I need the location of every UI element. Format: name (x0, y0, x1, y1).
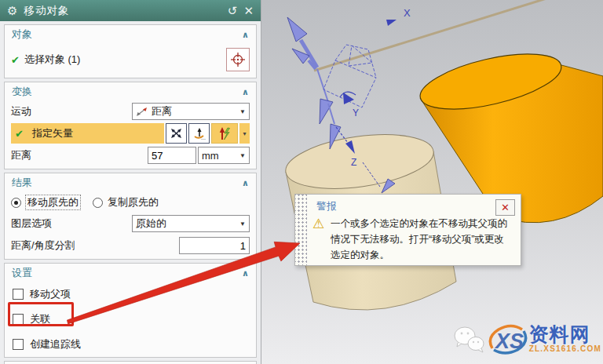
close-icon[interactable]: ✕ (243, 5, 254, 16)
radio-dot-selected (11, 198, 21, 208)
chevron-up-icon[interactable]: ∧ (242, 178, 249, 188)
svg-text:...: ... (201, 135, 206, 140)
alert-message: 一个或多个选定的对象在不移动其父项的情况下无法移动。打开“移动父项”或更改选定的… (331, 216, 513, 263)
inferred-vector-button[interactable] (211, 123, 238, 144)
crossed-arrows-icon (170, 127, 183, 140)
balloon-perforation (295, 195, 307, 265)
motion-dropdown[interactable]: 距离 ▼ (132, 103, 250, 120)
svg-text:XS: XS (494, 329, 524, 353)
alert-balloon: 警报 ✕ ⚠ 一个或多个选定的对象在不移动其父项的情况下无法移动。打开“移动父项… (294, 194, 521, 266)
checkbox-box (13, 339, 24, 350)
checkbox-associative-label: 关联 (30, 312, 50, 326)
unit-value: mm (202, 150, 219, 162)
motion-label: 运动 (11, 104, 31, 118)
section-object-title: 对象 (12, 27, 32, 42)
vector-constructor-icon: ... (192, 127, 206, 140)
xs-logo-icon: XS (488, 320, 528, 358)
watermark-site-url: ZL.XS1616.COM (529, 345, 601, 353)
section-result: 结果 ∧ 移动原先的 复制原先的 图层选项 原始的 ▼ 距离/角度分割 (4, 173, 257, 260)
crosshair-icon (230, 52, 246, 67)
layer-option-dropdown[interactable]: 原始的 ▼ (132, 215, 250, 232)
chevron-up-icon[interactable]: ∧ (242, 30, 249, 40)
radio-copy-original[interactable]: 复制原先的 (93, 195, 159, 209)
section-settings-title: 设置 (12, 266, 32, 280)
vector-dialog-button[interactable]: ... (188, 123, 210, 144)
two-point-vector-button[interactable] (166, 123, 187, 144)
inferred-vector-icon (217, 126, 232, 141)
section-result-header[interactable]: 结果 ∧ (5, 173, 256, 191)
checkbox-associative[interactable]: 关联 (5, 307, 256, 332)
section-transform: 变换 ∧ 运动 距离 ▼ ✔ 指定矢量 (4, 82, 257, 169)
chevron-down-icon: ▼ (236, 108, 246, 115)
specify-vector-field[interactable]: ✔ 指定矢量 (11, 123, 164, 144)
move-object-dialog: ⚙ 移动对象 ↺ ✕ 对象 ∧ ✔ 选择对象 (1) (0, 0, 261, 364)
chevron-down-icon: ▼ (236, 220, 246, 228)
dialog-titlebar[interactable]: ⚙ 移动对象 ↺ ✕ (0, 0, 261, 21)
section-object: 对象 ∧ ✔ 选择对象 (1) (4, 24, 257, 78)
select-object-label[interactable]: 选择对象 (1) (24, 53, 81, 67)
section-transform-header[interactable]: 变换 ∧ (5, 82, 256, 100)
layer-option-value: 原始的 (136, 217, 166, 231)
checkbox-create-traceline-label: 创建追踪线 (30, 337, 81, 351)
radio-move-original[interactable]: 移动原先的 (11, 195, 80, 209)
next-section-sliver (4, 361, 257, 364)
alert-title: 警报 (316, 199, 497, 213)
reset-icon[interactable]: ↺ (228, 5, 238, 16)
checkbox-box (13, 289, 24, 300)
watermark: XS 资料网 ZL.XS1616.COM (451, 320, 601, 358)
division-label: 距离/角度分割 (11, 238, 75, 253)
specify-vector-label: 指定矢量 (32, 126, 73, 140)
check-icon: ✔ (15, 128, 24, 140)
warning-triangle-icon: ⚠ (312, 216, 324, 232)
layer-option-label: 图层选项 (11, 217, 52, 231)
z-axis-label: Z (351, 157, 356, 168)
chevron-down-icon[interactable]: ▾ (239, 123, 250, 144)
motion-value: 距离 (152, 104, 172, 118)
distance-label: 距离 (11, 148, 31, 162)
check-icon: ✔ (11, 54, 20, 66)
distance-input[interactable] (148, 147, 196, 164)
section-settings-header[interactable]: 设置 ∧ (5, 264, 256, 282)
alert-close-button[interactable]: ✕ (495, 199, 515, 216)
checkbox-move-parent[interactable]: 移动父项 (5, 282, 256, 307)
radio-dot (93, 198, 103, 208)
x-axis-label: X (404, 7, 411, 19)
gear-icon: ⚙ (7, 5, 17, 16)
checkbox-create-traceline[interactable]: 创建追踪线 (5, 332, 256, 357)
point-dialog-button[interactable] (226, 48, 250, 71)
section-settings: 设置 ∧ 移动父项 关联 创建追踪线 (4, 263, 257, 358)
x-axis-arrow-marker (386, 20, 397, 26)
close-icon: ✕ (501, 202, 510, 213)
checkbox-move-parent-label: 移动父项 (30, 287, 71, 301)
checkbox-box (13, 314, 24, 325)
distance-motion-icon (136, 106, 148, 117)
section-object-header[interactable]: 对象 ∧ (5, 25, 256, 43)
radio-copy-original-label: 复制原先的 (108, 195, 159, 209)
y-axis-handle: Y (340, 92, 359, 118)
wechat-icon (451, 322, 488, 355)
division-input[interactable] (179, 237, 250, 254)
logo-text: XS (494, 329, 524, 353)
chevron-up-icon[interactable]: ∧ (242, 87, 249, 97)
section-result-title: 结果 (12, 176, 32, 190)
unit-dropdown[interactable]: mm ▼ (198, 147, 250, 164)
watermark-site-name: 资料网 (529, 325, 601, 344)
y-axis-label: Y (353, 107, 359, 118)
chevron-down-icon: ▼ (236, 152, 246, 159)
chevron-up-icon[interactable]: ∧ (242, 268, 249, 278)
radio-move-original-label: 移动原先的 (26, 195, 80, 209)
section-transform-title: 变换 (12, 85, 32, 99)
dialog-title: 移动对象 (24, 4, 221, 18)
